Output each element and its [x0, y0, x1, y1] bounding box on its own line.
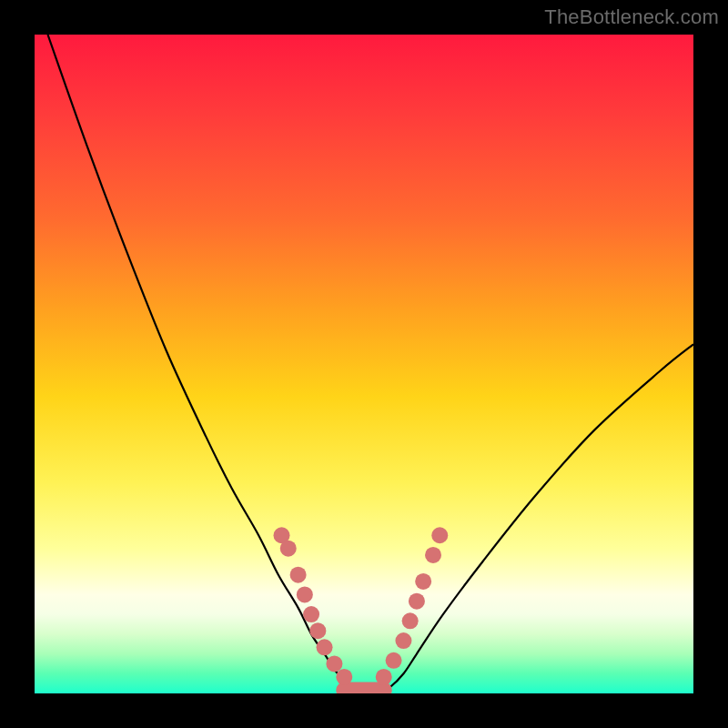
data-marker — [297, 586, 313, 602]
data-marker — [280, 541, 297, 557]
bottleneck-curve — [47, 35, 693, 693]
data-marker — [386, 652, 402, 669]
chart-container: TheBottleneck.com — [0, 0, 728, 728]
data-marker — [303, 606, 319, 622]
data-marker — [290, 567, 307, 583]
data-markers — [274, 527, 449, 685]
data-marker — [326, 655, 342, 672]
data-marker — [431, 527, 448, 543]
data-marker — [425, 547, 441, 563]
data-marker — [415, 573, 431, 590]
data-marker — [336, 669, 352, 685]
plot-svg — [35, 35, 693, 693]
data-marker — [309, 622, 326, 639]
data-marker — [409, 593, 425, 610]
data-marker — [317, 639, 333, 655]
watermark-text: TheBottleneck.com — [544, 5, 719, 29]
data-marker — [395, 632, 411, 649]
plot-area — [35, 35, 693, 693]
data-marker — [376, 669, 392, 685]
data-marker — [402, 612, 419, 629]
